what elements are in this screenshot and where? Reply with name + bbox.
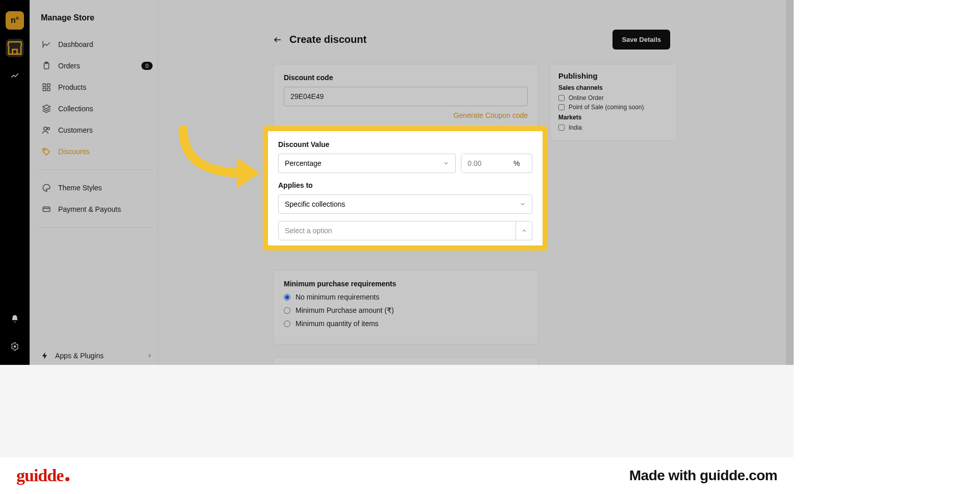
sidebar-item-collections[interactable]: Collections: [41, 98, 153, 119]
channel-online[interactable]: Online Order: [558, 94, 669, 102]
sidebar-item-label: Customers: [58, 126, 93, 134]
gear-icon[interactable]: [6, 337, 24, 356]
sidebar-item-label: Dashboard: [58, 40, 93, 48]
clipboard-icon: [41, 60, 52, 71]
sidebar-item-discounts[interactable]: Discounts: [41, 141, 153, 162]
chevron-up-icon[interactable]: [516, 221, 532, 240]
sidebar-item-label: Products: [58, 83, 86, 91]
sidebar-item-payment[interactable]: Payment & Payouts: [41, 199, 153, 220]
radio-label: Minimum Purchase amount (₹): [296, 306, 394, 314]
card-icon: [41, 204, 52, 215]
svg-rect-4: [47, 84, 50, 86]
generate-code-link[interactable]: Generate Coupon code: [284, 111, 528, 119]
checkbox-input[interactable]: [558, 104, 565, 110]
arrow-left-icon[interactable]: [273, 35, 282, 44]
sidebar-item-label: Collections: [58, 105, 93, 113]
svg-point-9: [47, 128, 50, 130]
sidebar-item-theme[interactable]: Theme Styles: [41, 177, 153, 199]
radio-no-min[interactable]: No minimum requirements: [284, 293, 528, 301]
footer-text: Made with guidde.com: [629, 467, 777, 484]
checkbox-label: Point of Sale (coming soon): [569, 104, 644, 111]
select-value: Percentage: [285, 159, 322, 167]
sidebar-item-dashboard[interactable]: Dashboard: [41, 34, 153, 55]
sidebar-item-products[interactable]: Products: [41, 77, 153, 98]
analytics-icon[interactable]: [6, 66, 24, 85]
applies-to-label: Applies to: [278, 181, 532, 189]
svg-rect-5: [43, 88, 45, 91]
checkbox-input[interactable]: [558, 125, 565, 131]
sidebar-item-label: Orders: [58, 62, 80, 70]
sidebar-item-label: Apps & Plugins: [55, 352, 104, 360]
radio-min-qty[interactable]: Minimum quantity of items: [284, 319, 528, 328]
svg-rect-11: [43, 207, 50, 212]
grid-icon: [41, 82, 52, 93]
discount-code-input[interactable]: [284, 87, 528, 106]
sidebar-item-customers[interactable]: Customers: [41, 119, 153, 141]
min-purchase-title: Minimum purchase requirements: [284, 280, 528, 288]
divider: [38, 169, 153, 170]
option-combobox[interactable]: Select a option: [278, 221, 532, 240]
checkbox-label: India: [569, 124, 582, 131]
svg-point-0: [14, 345, 16, 348]
layers-icon: [41, 103, 52, 114]
checkbox-input[interactable]: [558, 95, 565, 101]
discount-value-card: Discount Value Percentage % Applies to S…: [268, 131, 543, 245]
min-purchase-card: Minimum purchase requirements No minimum…: [273, 270, 538, 344]
page-title: Create discount: [289, 34, 366, 45]
chevron-down-icon: [520, 201, 526, 207]
sales-channels-label: Sales channels: [558, 84, 669, 91]
svg-marker-7: [43, 105, 51, 109]
svg-point-8: [44, 127, 47, 130]
svg-rect-6: [47, 88, 50, 91]
discount-code-card: Discount code Generate Coupon code: [273, 64, 538, 131]
left-rail: n°: [0, 0, 30, 365]
sidebar-item-label: Payment & Payouts: [58, 205, 121, 213]
brand-logo-icon[interactable]: n°: [6, 11, 24, 30]
channel-pos[interactable]: Point of Sale (coming soon): [558, 104, 669, 111]
radio-label: No minimum requirements: [296, 293, 379, 301]
select-value: Specific collections: [285, 200, 345, 208]
radio-input[interactable]: [284, 307, 290, 314]
radio-input[interactable]: [284, 294, 290, 301]
combobox-placeholder: Select a option: [279, 221, 516, 240]
next-card-peek: [273, 357, 538, 365]
sidebar-item-label: Discounts: [58, 147, 89, 156]
discount-value-input[interactable]: [461, 154, 507, 172]
radio-input[interactable]: [284, 320, 290, 327]
market-india[interactable]: India: [558, 124, 669, 131]
divider: [38, 227, 153, 228]
sidebar-item-label: Theme Styles: [58, 184, 102, 192]
unit-label: %: [507, 159, 526, 167]
guidde-logo: guidde: [16, 466, 69, 485]
scrollbar[interactable]: [786, 0, 794, 365]
bolt-icon: [41, 352, 49, 360]
sidebar-title: Manage Store: [41, 13, 153, 22]
publishing-title: Publishing: [558, 71, 669, 80]
users-icon: [41, 125, 52, 136]
palette-icon: [41, 182, 52, 193]
publishing-card: Publishing Sales channels Online Order P…: [550, 64, 677, 141]
sidebar-item-apps[interactable]: Apps & Plugins: [41, 352, 153, 360]
discount-value-input-wrap: %: [461, 154, 532, 173]
bell-icon[interactable]: [6, 310, 24, 328]
radio-label: Minimum quantity of items: [296, 319, 379, 328]
tag-icon: [41, 146, 52, 157]
blank-gutter: [794, 0, 980, 494]
applies-to-select[interactable]: Specific collections: [278, 194, 532, 214]
discount-value-title: Discount Value: [278, 140, 532, 149]
svg-rect-3: [43, 84, 45, 86]
sidebar-item-orders[interactable]: Orders 0: [41, 55, 153, 77]
guidde-footer: guidde Made with guidde.com: [0, 457, 794, 494]
discount-type-select[interactable]: Percentage: [278, 154, 456, 173]
radio-min-amount[interactable]: Minimum Purchase amount (₹): [284, 306, 528, 314]
chevron-down-icon: [443, 160, 449, 166]
orders-badge: 0: [141, 62, 153, 70]
sidebar: Manage Store Dashboard Orders 0 Products: [30, 0, 158, 365]
chevron-right-icon: [146, 353, 153, 359]
store-icon[interactable]: [6, 39, 24, 57]
chart-line-icon: [41, 39, 52, 50]
save-button[interactable]: Save Details: [612, 30, 670, 50]
discount-code-label: Discount code: [284, 73, 528, 82]
checkbox-label: Online Order: [569, 94, 604, 102]
svg-point-10: [44, 150, 45, 151]
